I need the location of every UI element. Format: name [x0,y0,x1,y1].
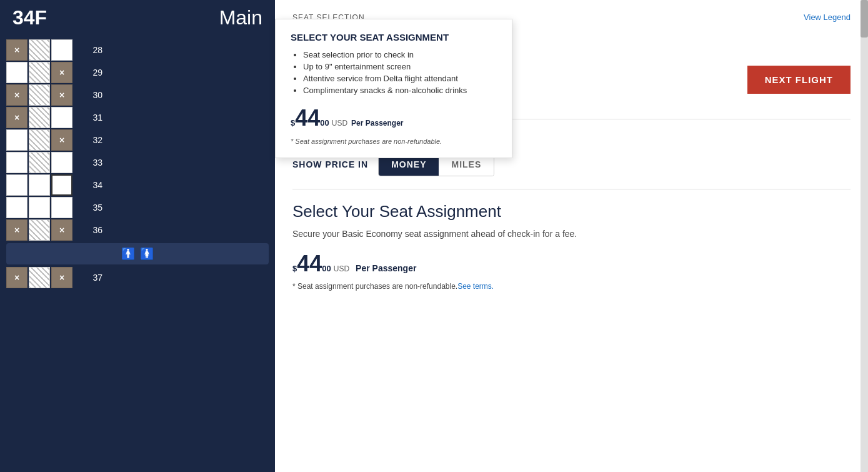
table-row: × 28 [0,39,275,61]
seat[interactable] [29,39,50,61]
row-number: 29 [85,68,102,78]
seats-left: × [6,129,72,151]
seat[interactable] [29,62,50,83]
seat[interactable] [51,197,72,218]
seat[interactable] [29,107,50,128]
row-number: 33 [85,158,102,168]
table-row: 34 [0,174,275,196]
row-number: 36 [85,225,102,235]
seat[interactable] [29,267,50,288]
seat[interactable]: × [51,84,72,106]
price-dollar-sign: $ [291,118,295,128]
row-number: 35 [85,203,102,213]
seat[interactable] [6,174,27,196]
seat[interactable] [29,219,50,241]
seat-assignment-section: Select Your Seat Assignment Secure your … [292,202,851,291]
table-row: × × 36 [0,219,275,241]
price-cents: 00 [320,118,329,128]
row-number: 28 [85,45,102,55]
seats-left: × × [6,84,72,106]
seats-left: × [6,39,72,61]
seat[interactable]: × [51,62,72,83]
person-icon: 🚺 [140,247,154,261]
price-row: $ 44 00 USD Per Passenger [292,251,851,277]
popup-title: SELECT YOUR SEAT ASSIGNMENT [291,32,497,43]
row-number: 32 [85,135,102,145]
scrollbar-thumb[interactable] [861,0,868,38]
table-row: × 32 [0,129,275,151]
seat[interactable] [29,84,50,106]
row-number: 34 [85,180,102,190]
show-price-label: SHOW PRICE IN [292,159,368,169]
seat[interactable] [29,129,50,151]
row-number: 31 [85,113,102,123]
table-row: 33 [0,152,275,173]
seat[interactable]: × [51,219,72,241]
feature-item: Complimentary snacks & non-alcoholic dri… [303,86,497,95]
seat-id: 34F [12,6,47,29]
seat-map: 34F Main × 28 × 29 × [0,0,275,472]
price-per: Per Passenger [351,119,403,128]
seat[interactable] [6,197,27,218]
seat[interactable] [6,62,27,83]
row-number: 37 [85,273,102,283]
price-sup: 00 [322,264,331,273]
table-row: 35 [0,197,275,218]
price-amount: 44 [295,105,320,131]
table-row: × × 30 [0,84,275,106]
seats-left [6,174,72,196]
seat[interactable] [6,152,27,173]
seat[interactable] [29,152,50,173]
table-row: × 29 [0,62,275,83]
seat[interactable]: × [6,107,27,128]
price-sym: $ [292,264,297,273]
price-main: 44 [297,251,322,277]
popup-price: $ 44 00 USD Per Passenger [291,105,497,131]
person-icon: 🚹 [121,247,135,261]
feature-item: Up to 9" entertainment screen [303,62,497,71]
price-usd: USD [332,119,347,128]
seats-left [6,152,72,173]
refund-text: * Seat assignment purchases are non-refu… [292,282,457,291]
seat[interactable] [6,129,27,151]
seat[interactable] [51,39,72,61]
seat-class: Main [219,6,262,29]
table-row: × × 37 [0,267,275,288]
seat[interactable]: × [6,39,27,61]
seat[interactable]: × [51,267,72,288]
price-per-passenger: Per Passenger [356,263,416,273]
divider-2 [292,189,851,189]
next-flight-button[interactable]: NEXT FLIGHT [747,66,851,94]
seats-left: × × [6,267,72,288]
seats-left: × [6,62,72,83]
seats-left: × × [6,219,72,241]
section-title: Select Your Seat Assignment [292,202,851,221]
view-legend-link[interactable]: View Legend [804,13,851,22]
seat-selected[interactable] [51,174,72,196]
seat[interactable]: × [51,129,72,151]
feature-item: Seat selection prior to check in [303,50,497,59]
seat[interactable] [29,174,50,196]
price-unit: USD [334,264,349,273]
table-row: × 31 [0,107,275,128]
seat-map-rows: × 28 × 29 × × 30 [0,36,275,292]
restroom-area: 🚹 🚺 [6,243,269,264]
see-terms-link[interactable]: See terms. [457,282,494,291]
seat[interactable] [51,152,72,173]
seat-detail-popup: SELECT YOUR SEAT ASSIGNMENT Seat selecti… [275,19,512,158]
seat-map-header: 34F Main [0,0,275,36]
refund-note: * Seat assignment purchases are non-refu… [292,282,851,291]
seats-left [6,197,72,218]
popup-features: Seat selection prior to check in Up to 9… [291,50,497,95]
seat[interactable] [51,107,72,128]
seat[interactable]: × [6,267,27,288]
row-number: 30 [85,90,102,100]
seats-left: × [6,107,72,128]
feature-item: Attentive service from Delta flight atte… [303,74,497,83]
popup-note: * Seat assignment purchases are non-refu… [291,138,497,145]
section-desc: Secure your Basic Economy seat assignmen… [292,228,851,241]
scrollbar[interactable] [861,0,868,472]
seat[interactable] [29,197,50,218]
seat[interactable]: × [6,84,27,106]
seat[interactable]: × [6,219,27,241]
